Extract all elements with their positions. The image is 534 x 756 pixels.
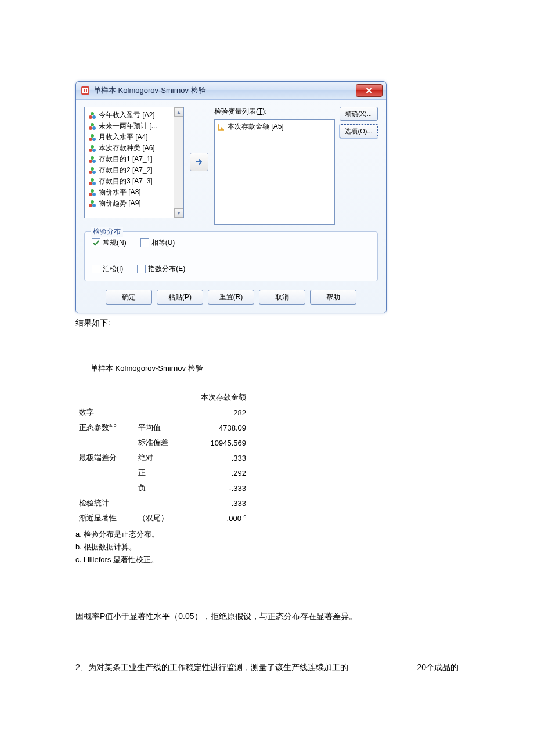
checkbox-icon <box>137 265 146 273</box>
row-label: 渐近显著性 <box>75 511 135 526</box>
options-button[interactable]: 选项(O)... <box>340 124 378 138</box>
ks-result-table-block: 单样本 Kolmogorov-Smirnov 检验 本次存款金额 数字 282 … <box>75 363 250 565</box>
list-item[interactable]: 存款目的1 [A7_1] <box>86 154 182 165</box>
cell-value: .000 c <box>188 511 250 526</box>
ks-test-dialog: 单样本 Kolmogorov-Smirnov 检验 今年收入盈亏 [A2] 未来… <box>75 81 387 313</box>
list-item[interactable]: 本次存款金额 [A5] <box>217 122 332 132</box>
scroll-down-button[interactable]: ▼ <box>174 208 183 218</box>
cell-value: 4738.09 <box>188 420 250 435</box>
cell-value: .333 <box>188 450 250 465</box>
question-2: 2、为对某条工业生产线的工作稳定性进行监测，测量了该生产线连续加工的 20个成品… <box>75 663 459 673</box>
poisson-checkbox[interactable]: 泊松(I) <box>92 264 123 274</box>
row-label: 最极端差分 <box>75 450 135 465</box>
cell-value: 282 <box>188 405 250 420</box>
nominal-icon <box>88 200 96 208</box>
row-label: 检验统计 <box>75 495 135 511</box>
column-header: 本次存款金额 <box>188 376 250 405</box>
list-item[interactable]: 未来一两年预计 [... <box>86 121 182 132</box>
row-sublabel: 负 <box>135 480 188 495</box>
row-sublabel: 正 <box>135 465 188 480</box>
list-item[interactable]: 本次存款种类 [A6] <box>86 143 182 154</box>
scale-icon <box>217 123 225 131</box>
row-sublabel: 绝对 <box>135 450 188 465</box>
row-sublabel: 平均值 <box>135 420 188 435</box>
exponential-checkbox[interactable]: 指数分布(E) <box>137 264 185 274</box>
close-button[interactable] <box>356 84 383 97</box>
cell-value: -.333 <box>188 480 250 495</box>
list-item[interactable]: 存款目的3 [A7_3] <box>86 176 182 187</box>
app-icon <box>81 86 90 95</box>
arrow-right-icon <box>194 157 204 167</box>
move-right-button[interactable] <box>190 153 208 171</box>
nominal-icon <box>88 155 96 164</box>
row-label: 数字 <box>75 405 135 420</box>
groupbox-title: 检验分布 <box>91 227 123 237</box>
q2-text-right: 20个成品的 <box>417 663 459 673</box>
nominal-icon <box>88 111 96 120</box>
nominal-icon <box>88 133 96 142</box>
nominal-icon <box>88 122 96 131</box>
distribution-groupbox: 检验分布 常规(N) 相等(U) 泊松(I) <box>84 231 378 281</box>
nominal-icon <box>88 189 96 197</box>
reset-button[interactable]: 重置(R) <box>208 290 254 305</box>
footnote-c: c. Lilliefors 显著性校正。 <box>75 555 250 565</box>
svg-rect-1 <box>82 88 88 93</box>
target-list-label: 检验变量列表(T): <box>214 107 335 117</box>
ks-result-table: 本次存款金额 数字 282 正态参数a,b 平均值 4738.09 标准偏差 1… <box>75 376 250 526</box>
svg-rect-3 <box>86 89 87 92</box>
conclusion-text: 因概率P值小于显著性水平（0.05），拒绝原假设，与正态分布存在显著差异。 <box>75 612 459 622</box>
svg-rect-2 <box>84 89 85 92</box>
cell-value: .333 <box>188 495 250 511</box>
list-item[interactable]: 物价趋势 [A9] <box>86 198 182 209</box>
checkbox-icon <box>92 238 100 247</box>
row-sublabel: 标准偏差 <box>135 435 188 450</box>
ok-button[interactable]: 确定 <box>106 290 152 305</box>
help-button[interactable]: 帮助 <box>310 290 356 305</box>
checkbox-icon <box>92 265 100 273</box>
list-item[interactable]: 今年收入盈亏 [A2] <box>86 110 182 121</box>
test-variable-list[interactable]: 本次存款金额 [A5] <box>214 119 335 225</box>
row-sublabel: （双尾） <box>135 511 188 526</box>
table-title: 单样本 Kolmogorov-Smirnov 检验 <box>75 363 250 374</box>
source-variable-list[interactable]: 今年收入盈亏 [A2] 未来一两年预计 [... 月收入水平 [A4] 本次存款… <box>84 107 184 218</box>
scroll-up-button[interactable]: ▲ <box>174 107 183 117</box>
checkbox-icon <box>140 238 149 247</box>
list-item[interactable]: 物价水平 [A8] <box>86 187 182 198</box>
footnote-a: a. 检验分布是正态分布。 <box>75 529 250 540</box>
list-item[interactable]: 存款目的2 [A7_2] <box>86 165 182 176</box>
scrollbar[interactable]: ▲ ▼ <box>174 107 183 218</box>
dialog-titlebar: 单样本 Kolmogorov-Smirnov 检验 <box>76 82 386 100</box>
dialog-title: 单样本 Kolmogorov-Smirnov 检验 <box>93 85 206 96</box>
normal-checkbox[interactable]: 常规(N) <box>92 238 127 248</box>
cancel-button[interactable]: 取消 <box>259 290 305 305</box>
uniform-checkbox[interactable]: 相等(U) <box>140 238 175 248</box>
q2-text-left: 2、为对某条工业生产线的工作稳定性进行监测，测量了该生产线连续加工的 <box>75 663 348 673</box>
paste-button[interactable]: 粘贴(P) <box>157 290 203 305</box>
nominal-icon <box>88 167 96 175</box>
nominal-icon <box>88 178 96 186</box>
result-label: 结果如下: <box>75 318 459 328</box>
exact-button[interactable]: 精确(X)... <box>340 107 378 121</box>
list-item[interactable]: 月收入水平 [A4] <box>86 132 182 143</box>
cell-value: 10945.569 <box>188 435 250 450</box>
close-icon <box>366 87 373 94</box>
cell-value: .292 <box>188 465 250 480</box>
row-label: 正态参数a,b <box>75 420 135 435</box>
nominal-icon <box>88 144 96 153</box>
footnote-b: b. 根据数据计算。 <box>75 542 250 552</box>
table-footnotes: a. 检验分布是正态分布。 b. 根据数据计算。 c. Lilliefors 显… <box>75 529 250 565</box>
